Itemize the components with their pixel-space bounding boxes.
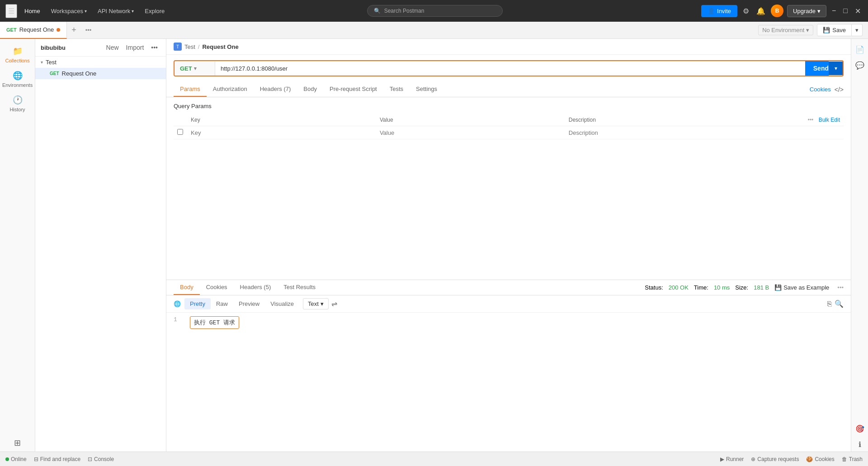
maximize-icon[interactable]: □ <box>841 5 849 17</box>
tab-headers[interactable]: Headers (7) <box>254 82 297 97</box>
nav-explore[interactable]: Explore <box>141 6 168 16</box>
nav-home[interactable]: Home <box>21 6 44 16</box>
import-button[interactable]: Import <box>123 43 147 52</box>
find-replace-button[interactable]: ⊟ Find and replace <box>34 456 80 462</box>
tab-tests[interactable]: Tests <box>383 82 410 97</box>
nav-api-network[interactable]: API Network▾ <box>94 6 137 16</box>
save-icon: 💾 <box>823 27 830 33</box>
resp-tab-cookies[interactable]: Cookies <box>200 280 234 295</box>
resp-tab-headers[interactable]: Headers (5) <box>234 280 278 295</box>
caret-icon: ▾ <box>41 60 43 65</box>
response-more-button[interactable]: ••• <box>837 284 844 291</box>
capture-requests-button[interactable]: ⊕ Capture requests <box>751 456 799 462</box>
avatar[interactable]: B <box>771 5 783 17</box>
cookies-icon: 🍪 <box>806 456 813 462</box>
right-target-icon[interactable]: 🎯 <box>853 422 867 436</box>
bulk-edit-button[interactable]: Bulk Edit <box>819 117 840 123</box>
minimize-icon[interactable]: − <box>830 5 838 17</box>
method-selector[interactable]: GET ▾ <box>175 62 215 76</box>
format-raw[interactable]: Raw <box>211 298 233 309</box>
right-info-button[interactable]: ℹ <box>856 437 864 452</box>
chevron-down-icon: ▾ <box>817 8 821 14</box>
request-item-request-one[interactable]: GET Request One <box>35 68 166 79</box>
save-btn-area: 💾 Save ▾ <box>817 24 863 36</box>
size-value: 181 B <box>754 284 769 291</box>
breadcrumb-current: Request One <box>202 43 238 50</box>
new-tab-button[interactable]: + <box>67 25 81 35</box>
trash-button[interactable]: 🗑 Trash <box>842 456 863 462</box>
cookies-link[interactable]: Cookies <box>810 86 831 93</box>
resp-tab-body[interactable]: Body <box>174 280 200 295</box>
online-label: Online <box>11 456 27 462</box>
param-checkbox[interactable] <box>177 129 183 135</box>
mock-icon: ⊞ <box>14 438 21 448</box>
runner-button[interactable]: ▶ Runner <box>720 456 744 462</box>
collection-test[interactable]: ▾ Test <box>35 57 166 68</box>
upgrade-button[interactable]: Upgrade ▾ <box>787 5 826 17</box>
format-visualize[interactable]: Visualize <box>265 298 299 309</box>
text-format-caret-icon: ▾ <box>321 300 324 307</box>
sidebar-item-collections[interactable]: 📁 Collections <box>1 43 34 67</box>
new-collection-button[interactable]: New <box>104 43 122 52</box>
invite-button[interactable]: 👤 Invite <box>701 5 737 17</box>
request-tabs: Params Authorization Headers (7) Body Pr… <box>166 82 851 97</box>
format-preview[interactable]: Preview <box>233 298 265 309</box>
right-comment-button[interactable]: 💬 <box>853 58 867 72</box>
send-button[interactable]: Send <box>805 61 829 76</box>
save-example-button[interactable]: 💾 Save as Example <box>774 284 829 291</box>
search-bar[interactable]: 🔍 Search Postman <box>367 5 503 17</box>
params-table: Key Value Description ••• Bulk Edit <box>174 114 844 139</box>
time-value: 10 ms <box>714 284 730 291</box>
sidebar-history-label: History <box>9 107 25 112</box>
sidebar-item-history[interactable]: 🕐 History <box>1 91 34 116</box>
environment-selector[interactable]: No Environment ▾ <box>758 25 813 35</box>
resp-tab-test-results[interactable]: Test Results <box>277 280 322 295</box>
tab-authorization[interactable]: Authorization <box>207 82 254 97</box>
sidebar-item-environments[interactable]: 🌐 Environments <box>1 67 34 91</box>
request-name: Request One <box>62 70 97 77</box>
col-key: Key <box>187 114 376 126</box>
tab-body[interactable]: Body <box>297 82 323 97</box>
bell-icon[interactable]: 🔔 <box>755 5 767 17</box>
line-number: 1 <box>174 316 183 329</box>
menu-icon[interactable]: ☰ <box>5 4 17 18</box>
sidebar-item-mock[interactable]: ⊞ <box>1 434 34 452</box>
param-desc-input[interactable] <box>569 129 750 136</box>
response-line-1: 1 执行 GET 请求 <box>174 316 844 329</box>
format-pretty[interactable]: Pretty <box>184 298 211 309</box>
capture-icon: ⊕ <box>751 456 755 462</box>
save-button[interactable]: 💾 Save <box>817 24 852 36</box>
params-area: Query Params Key Value Description ••• B… <box>166 97 851 280</box>
content-area: T Test / Request One GET ▾ Send ▾ Params… <box>166 39 851 452</box>
settings-icon[interactable]: ⚙ <box>741 5 751 17</box>
cookies-bottom-button[interactable]: 🍪 Cookies <box>806 456 834 462</box>
text-format-dropdown[interactable]: Text ▾ <box>303 298 329 309</box>
search-icon: 🔍 <box>374 8 381 14</box>
right-docs-button[interactable]: 📄 <box>853 43 867 57</box>
tab-request-one[interactable]: GET Request One <box>0 22 67 39</box>
send-dropdown-button[interactable]: ▾ <box>829 62 843 75</box>
tab-prerequest[interactable]: Pre-request Script <box>323 82 383 97</box>
nav-workspaces[interactable]: Workspaces▾ <box>47 6 90 16</box>
url-input[interactable] <box>215 62 805 76</box>
tab-more-button[interactable]: ••• <box>81 27 96 33</box>
param-value-input[interactable] <box>380 129 561 136</box>
param-key-input[interactable] <box>191 129 373 136</box>
wrap-icon[interactable]: ⇌ <box>331 300 337 308</box>
console-button[interactable]: ⊡ Console <box>88 456 114 462</box>
tab-settings[interactable]: Settings <box>410 82 443 97</box>
panel-more-button[interactable]: ••• <box>148 43 160 52</box>
close-icon[interactable]: ✕ <box>853 5 863 17</box>
code-icon[interactable]: </> <box>835 86 844 93</box>
online-dot <box>5 457 9 461</box>
env-chevron-icon: ▾ <box>806 27 809 33</box>
response-code-content: 执行 GET 请求 <box>190 316 239 329</box>
tab-params[interactable]: Params <box>174 82 207 97</box>
response-body: 1 执行 GET 请求 <box>166 313 851 452</box>
globe-icon[interactable]: 🌐 <box>174 300 181 307</box>
copy-button[interactable]: ⎘ <box>827 300 832 308</box>
search-response-button[interactable]: 🔍 <box>835 300 844 308</box>
sidebar-collections-label: Collections <box>5 58 30 63</box>
method-label: GET <box>180 65 192 72</box>
save-dropdown-button[interactable]: ▾ <box>852 24 863 36</box>
